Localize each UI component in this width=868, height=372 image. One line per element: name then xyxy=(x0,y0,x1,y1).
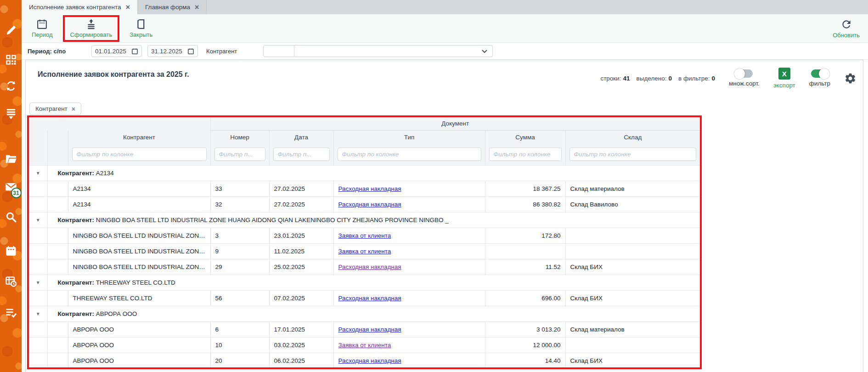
grid-stats-bar: строки:41 выделено:0 в фильтре:0 множ.со… xyxy=(600,68,857,89)
period-button[interactable]: Период xyxy=(32,18,53,38)
chevron-down-icon xyxy=(481,49,488,53)
doc-type-cell: Расходная накладная xyxy=(333,353,485,368)
doc-type-link[interactable]: Заявка от клиента xyxy=(338,248,391,255)
app-sidebar: 31 xyxy=(0,0,22,372)
grouping-chip-label: Контрагент xyxy=(35,105,68,112)
tab-report[interactable]: Исполнение заявок контрагента × xyxy=(22,0,137,14)
counterparty-code-input[interactable] xyxy=(263,45,294,57)
grouping-chip[interactable]: Контрагент × xyxy=(29,103,81,115)
row-indent-cell xyxy=(47,353,68,368)
qr-code-icon[interactable] xyxy=(5,53,17,66)
counterparty-cell: A2134 xyxy=(68,196,210,212)
folder-icon[interactable] xyxy=(5,153,17,166)
collapse-triangle-icon[interactable]: ▼ xyxy=(29,306,47,321)
counterparty-cell: NINGBO BOA STEEL LTD INDUSTRIAL ZONE HUA… xyxy=(68,228,210,243)
row-indent-cell xyxy=(47,181,68,196)
table-row[interactable]: THREEWAY STEEL CO.LTD5607.02.2025Расходн… xyxy=(29,290,700,306)
group-label: Контрагент: NINGBO BOA STEEL LTD INDUSTR… xyxy=(47,212,700,228)
tab-main-form[interactable]: Главная форма × xyxy=(137,0,207,14)
refresh-button[interactable]: Обновить xyxy=(833,18,860,39)
doc-type-link[interactable]: Заявка от клиента xyxy=(338,232,391,239)
chip-close-icon[interactable]: × xyxy=(72,105,75,113)
counterparty-cell: A2134 xyxy=(68,181,210,196)
mail-unread-badge: 31 xyxy=(11,188,22,198)
calendar-icon xyxy=(36,18,48,30)
doc-type-link[interactable]: Расходная накладная xyxy=(338,201,401,208)
calendar-icon[interactable] xyxy=(187,48,194,55)
tab-close-icon[interactable]: × xyxy=(195,4,199,11)
filter-input-warehouse[interactable] xyxy=(569,148,697,161)
warehouse-cell: Склад Вавилово xyxy=(565,196,700,212)
table-row[interactable]: АВРОРА ООО617.01.2025Расходная накладная… xyxy=(29,321,700,337)
number-cell: 10 xyxy=(210,337,269,353)
collapse-triangle-icon[interactable]: ▼ xyxy=(29,275,47,290)
expand-column-header xyxy=(29,130,47,144)
filter-control[interactable]: фильтр xyxy=(809,69,830,87)
excel-export-icon[interactable]: X xyxy=(778,68,790,80)
warehouse-cell: Склад материалов xyxy=(565,181,700,196)
date-cell: 27.02.2025 xyxy=(269,196,333,212)
calendar-icon[interactable] xyxy=(131,48,138,55)
report-panel: Исполнение заявок контрагента за 2025 г.… xyxy=(25,60,863,372)
export-control[interactable]: X экспорт xyxy=(773,68,795,89)
filter-input-counterparty[interactable] xyxy=(72,148,207,161)
collapse-triangle-icon[interactable]: ▼ xyxy=(29,165,47,181)
col-header-warehouse[interactable]: Склад xyxy=(565,130,700,144)
report-clock-icon[interactable] xyxy=(5,275,17,288)
filter-toggle[interactable] xyxy=(811,69,829,78)
filter-input-amount[interactable] xyxy=(489,148,562,161)
date-from-input[interactable]: 01.01.2025 xyxy=(91,45,142,57)
table-row[interactable]: NINGBO BOA STEEL LTD INDUSTRIAL ZONE HUA… xyxy=(29,243,700,259)
doc-type-link[interactable]: Заявка от клиента xyxy=(338,342,391,349)
close-button[interactable]: Закрыть xyxy=(130,18,152,38)
filter-input-date[interactable] xyxy=(273,148,330,161)
doc-type-link[interactable]: Расходная накладная xyxy=(338,295,401,302)
highlight-box-generate: Сформировать xyxy=(63,15,120,42)
doc-type-cell: Расходная накладная xyxy=(333,181,485,196)
print-queue-icon[interactable] xyxy=(5,107,17,120)
generate-button[interactable]: Сформировать xyxy=(70,18,113,38)
multisort-control[interactable]: множ.сорт. xyxy=(729,69,760,87)
table-row[interactable]: NINGBO BOA STEEL LTD INDUSTRIAL ZONE HUA… xyxy=(29,259,700,275)
search-icon[interactable] xyxy=(5,211,17,223)
collapse-triangle-icon[interactable]: ▼ xyxy=(29,212,47,228)
counterparty-select[interactable] xyxy=(294,45,493,57)
filter-input-type[interactable] xyxy=(338,148,481,161)
doc-type-link[interactable]: Расходная накладная xyxy=(338,357,401,364)
row-select-cell xyxy=(29,337,47,353)
filter-input-number[interactable] xyxy=(214,148,265,161)
group-row[interactable]: ▼Контрагент: АВРОРА ООО xyxy=(29,306,700,321)
doc-type-link[interactable]: Расходная накладная xyxy=(338,263,401,270)
pencil-icon[interactable] xyxy=(5,24,17,37)
table-row[interactable]: NINGBO BOA STEEL LTD INDUSTRIAL ZONE HUA… xyxy=(29,228,700,243)
gear-icon[interactable] xyxy=(844,72,857,85)
sync-icon[interactable] xyxy=(5,80,17,92)
group-row[interactable]: ▼Контрагент: A2134 xyxy=(29,165,700,181)
col-header-number[interactable]: Номер xyxy=(210,130,269,144)
table-row[interactable]: A21343327.02.2025Расходная накладная18 3… xyxy=(29,181,700,196)
mail-icon[interactable]: 31 xyxy=(5,181,17,194)
col-header-date[interactable]: Дата xyxy=(269,130,333,144)
col-header-amount[interactable]: Сумма xyxy=(485,130,565,144)
doc-type-cell: Расходная накладная xyxy=(333,259,485,275)
col-header-counterparty[interactable]: Контрагент xyxy=(68,130,210,144)
table-row[interactable]: A21343227.02.2025Расходная накладная86 3… xyxy=(29,196,700,212)
multisort-toggle[interactable] xyxy=(735,69,753,78)
doc-type-cell: Расходная накладная xyxy=(333,321,485,337)
group-row[interactable]: ▼Контрагент: THREEWAY STEEL CO.LTD xyxy=(29,275,700,290)
tab-close-icon[interactable]: × xyxy=(126,4,130,11)
col-header-type[interactable]: Тип xyxy=(333,130,485,144)
doc-type-link[interactable]: Расходная накладная xyxy=(338,185,401,192)
counterparty-cell: АВРОРА ООО xyxy=(68,321,210,337)
doc-group-header: Документ xyxy=(210,117,700,130)
date-to-input[interactable]: 31.12.2025 xyxy=(147,45,198,57)
group-row[interactable]: ▼Контрагент: NINGBO BOA STEEL LTD INDUST… xyxy=(29,212,700,228)
table-row[interactable]: АВРОРА ООО2006.02.2025Расходная накладна… xyxy=(29,353,700,368)
doc-type-link[interactable]: Расходная накладная xyxy=(338,326,401,333)
calendar-icon[interactable] xyxy=(5,245,17,258)
task-list-icon[interactable] xyxy=(5,306,17,319)
amount-cell: 172.80 xyxy=(485,228,565,243)
refresh-icon xyxy=(840,18,852,30)
date-cell: 11.02.2025 xyxy=(269,243,333,259)
table-row[interactable]: АВРОРА ООО1003.02.2025Заявка от клиента1… xyxy=(29,337,700,353)
